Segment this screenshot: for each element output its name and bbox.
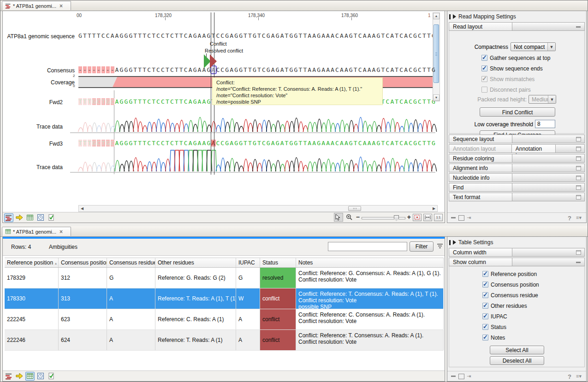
expand-group-icon[interactable] — [576, 166, 581, 170]
section-header-sequence-layout[interactable]: Sequence layout — [449, 135, 585, 143]
tab-close-icon[interactable]: × — [59, 3, 63, 9]
scroll-right-button[interactable]: ▶ — [431, 206, 437, 212]
filter-button[interactable]: Filter — [410, 241, 434, 252]
collapse-all-icon[interactable] — [451, 217, 456, 218]
column-header-notes[interactable]: Notes — [296, 258, 444, 267]
read-layout-group-header[interactable]: Read layout — [449, 22, 585, 31]
consensus-residue-cell[interactable]: A — [107, 330, 155, 350]
other-residues-cell[interactable]: Reference: G. Reads: G (2) — [155, 268, 236, 288]
iupac-cell[interactable]: A — [236, 309, 260, 329]
filter-options-icon[interactable] — [437, 243, 443, 249]
fit-width-button[interactable] — [423, 214, 432, 221]
other-residues-cell[interactable]: Reference: T. Reads: A (1), T (1) — [155, 288, 236, 309]
column-header-consensus-residue[interactable]: Consensus residue — [107, 258, 155, 267]
checkbox[interactable] — [482, 324, 488, 330]
expand-group-icon[interactable] — [576, 176, 581, 180]
section-tab[interactable]: Sequence layout — [449, 135, 512, 143]
column-header-status[interactable]: Status — [260, 258, 296, 267]
checkbox[interactable] — [482, 335, 488, 341]
section-header-text-format[interactable]: Text format — [449, 193, 585, 201]
status-cell[interactable]: conflict — [260, 330, 296, 350]
panel-menu-icon[interactable]: ≡▾ — [576, 373, 582, 379]
panel-menu-icon[interactable]: ≡▾ — [576, 215, 582, 221]
show-column-group-header[interactable]: Show column — [449, 258, 585, 266]
fwd3-sequence[interactable]: TTTGCTGCAGGGTTTCTCCTCTTCAGAAGACCGAGGTTGT… — [78, 140, 436, 147]
table-row[interactable]: 222245623AReference: C. Reads: A (1)Acon… — [5, 309, 444, 330]
expand-group-icon[interactable] — [576, 156, 581, 161]
expand-group-icon[interactable] — [576, 147, 581, 151]
section-tab-secondary[interactable]: Annotation types — [511, 144, 556, 153]
consensus-position-cell[interactable]: 624 — [59, 330, 107, 350]
scroll-down-button[interactable]: ▼ — [433, 94, 440, 101]
expand-group-icon[interactable] — [576, 137, 581, 141]
consensus-position-cell[interactable]: 313 — [59, 288, 107, 309]
iupac-cell[interactable]: W — [236, 288, 260, 309]
conflict-marker[interactable] — [210, 54, 217, 68]
expand-all-icon[interactable] — [458, 374, 464, 379]
notes-cell[interactable]: Conflict: Reference: T. Consensus: A. Re… — [296, 288, 444, 309]
read-layout-group-tab[interactable]: Read layout — [449, 22, 512, 31]
expand-group-icon[interactable] — [576, 250, 581, 255]
reference-position-cell[interactable]: 178329 — [5, 268, 59, 288]
export-graphics-button[interactable] — [15, 213, 24, 222]
collapse-group-icon[interactable] — [576, 262, 581, 263]
section-header-nucleotide-info[interactable]: Nucleotide info — [449, 173, 585, 182]
element-info-button[interactable] — [47, 213, 56, 222]
column-header-iupac[interactable]: IUPAC — [236, 258, 260, 267]
section-tab[interactable]: Alignment info — [449, 164, 512, 172]
scrollbar-thumb[interactable] — [348, 206, 361, 211]
find-conflict-button[interactable]: Find Conflict — [480, 107, 555, 117]
help-icon[interactable]: ? — [568, 215, 571, 222]
section-header-annotation-layout[interactable]: Annotation layoutAnnotation types — [449, 144, 585, 153]
settings-panel-header[interactable]: Read Mapping Settings — [449, 12, 516, 21]
iupac-cell[interactable]: A — [236, 330, 260, 350]
column-header-other-residues[interactable]: Other residues — [155, 258, 236, 267]
show-column-group-tab[interactable]: Show column — [449, 258, 512, 266]
other-residues-cell[interactable]: Reference: C. Reads: A (1) — [155, 309, 236, 329]
expand-group-icon[interactable] — [576, 195, 581, 200]
low-coverage-threshold-input[interactable] — [535, 120, 555, 128]
column-header-consensus-position[interactable]: Consensus position — [59, 258, 107, 267]
notes-cell[interactable]: Conflict: Reference: C. Consensus: A. Re… — [296, 309, 444, 329]
checkbox[interactable] — [481, 65, 487, 71]
vertical-scrollbar[interactable]: ▲ ▼ — [433, 12, 440, 101]
iupac-cell[interactable]: G — [236, 268, 260, 288]
reference-sequence[interactable]: GTTTTCCAAGGGTTTCTCCTCTTCAGAAGTCCGAGGTTGT… — [78, 32, 436, 39]
history-button[interactable] — [36, 213, 45, 222]
checkbox[interactable] — [481, 55, 487, 61]
table-row[interactable]: 178329312GReference: G. Reads: G (2)Gres… — [5, 268, 444, 288]
tab-close-icon[interactable]: × — [59, 229, 63, 235]
zoom-out-icon[interactable]: − — [356, 213, 360, 221]
view-mode-table-button[interactable] — [25, 372, 35, 381]
notes-cell[interactable]: Conflict: Reference: T. Consensus: A. Re… — [296, 330, 444, 350]
zoom-in-icon[interactable]: + — [407, 213, 411, 221]
collapse-all-icon[interactable] — [451, 376, 456, 377]
dock-panel-icon[interactable]: ⇥ — [467, 373, 471, 379]
table-row[interactable]: 222246624AReference: T. Reads: A (1)Acon… — [5, 330, 444, 351]
zoom-tool-button[interactable] — [345, 213, 354, 222]
tab-read-mapping[interactable]: * ATP8a1 genomi... × — [2, 1, 71, 10]
help-icon[interactable]: ? — [568, 373, 571, 380]
history-button[interactable] — [36, 372, 45, 381]
status-cell[interactable]: conflict — [260, 309, 296, 329]
column-width-group-header[interactable]: Column width — [449, 248, 585, 257]
expand-group-icon[interactable] — [576, 185, 581, 190]
section-tab[interactable]: Residue coloring — [449, 154, 512, 163]
view-mode-read-mapping-button[interactable] — [4, 372, 13, 381]
checkbox[interactable] — [482, 292, 488, 298]
consensus-residue-cell[interactable]: G — [107, 268, 155, 288]
reference-position-cell[interactable]: 222245 — [5, 309, 59, 329]
status-cell[interactable]: resolved — [260, 268, 296, 288]
consensus-position-cell[interactable]: 623 — [59, 309, 107, 329]
expand-all-icon[interactable] — [458, 215, 464, 221]
dock-panel-icon[interactable]: ⇥ — [467, 215, 471, 221]
filter-input[interactable] — [328, 242, 407, 251]
scroll-up-button[interactable]: ▲ — [433, 13, 440, 19]
checkbox[interactable] — [482, 313, 488, 319]
select-all-button[interactable]: Select All — [490, 346, 544, 354]
column-header-reference-position[interactable]: Reference position▴ — [5, 258, 59, 267]
other-residues-cell[interactable]: Reference: T. Reads: A (1) — [155, 330, 236, 350]
checkbox[interactable] — [482, 271, 488, 277]
notes-cell[interactable]: Conflict: Reference: G. Consensus: A. Re… — [296, 268, 444, 288]
view-mode-table-button[interactable] — [25, 213, 35, 222]
